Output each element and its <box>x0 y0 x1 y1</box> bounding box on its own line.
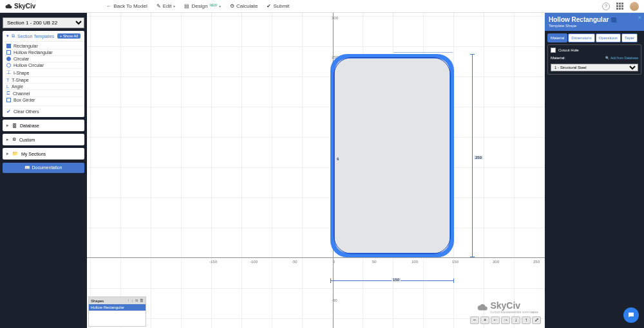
shapes-copy-icon[interactable]: ⧉ <box>135 298 138 303</box>
tick-x-200: 200 <box>493 260 499 264</box>
chat-icon <box>627 311 635 319</box>
tab-material[interactable]: Material <box>547 33 567 42</box>
template-i-shape[interactable]: 工I-Shape <box>5 69 82 77</box>
zoom-out-button[interactable]: − <box>470 316 479 324</box>
tick-x-150: 150 <box>452 260 459 264</box>
right-panel-header: Hollow Rectangular Template Shape <box>545 13 644 31</box>
app-header: SkyCiv ← Back To Model ✎ Edit ▾ ▤ Design… <box>0 0 644 13</box>
template-angle[interactable]: LAngle <box>5 84 82 90</box>
dim-thickness-label[interactable]: 6 <box>336 157 340 161</box>
tick-y--50: -50 <box>332 298 337 302</box>
template-circular[interactable]: Circular <box>5 56 82 62</box>
design-menu[interactable]: ▤ DesignNEW ▾ <box>184 3 221 9</box>
x-axis <box>87 257 545 258</box>
zoom-fit-button[interactable]: ⤢ <box>532 316 541 324</box>
section-selector[interactable]: Section 1 - 200 UB 22 <box>3 17 84 28</box>
database-accordion[interactable]: ▸ 🗄 Database <box>3 120 84 131</box>
my-sections-accordion[interactable]: ▸ 📁 My Sections <box>3 148 84 159</box>
right-sidebar: × Hollow Rectangular Template Shape Mate… <box>545 13 644 328</box>
tick-x-100: 100 <box>412 260 418 264</box>
material-select[interactable]: 1 - Structural Steel <box>551 64 638 71</box>
custom-accordion[interactable]: ▸ ⚙ Custom <box>3 134 84 145</box>
dim-thickness-line <box>393 52 453 53</box>
tick-x-50: 50 <box>372 260 377 264</box>
show-all-button[interactable]: + Show All <box>57 33 80 39</box>
shapes-list-item[interactable]: Hollow Rectangular <box>89 304 146 311</box>
template-t-shape[interactable]: TT-Shape <box>5 77 82 84</box>
cutout-hole-checkbox[interactable]: Cutout Hole <box>551 48 638 53</box>
section-templates-panel: ▾ ⧉ Section Templates + Show All Rectang… <box>3 31 84 117</box>
edit-menu[interactable]: ✎ Edit ▾ <box>156 3 176 9</box>
template-hollow-circular[interactable]: Hollow Circular <box>5 62 82 69</box>
template-box-girder[interactable]: Box Girder <box>5 97 82 103</box>
check-icon: ✔ <box>6 109 11 114</box>
shapes-up-icon[interactable]: ↑ <box>128 298 129 303</box>
canvas-grid <box>87 13 545 328</box>
property-tabs: Material Dimensions Operations Taper <box>547 33 641 42</box>
help-icon[interactable]: ? <box>602 3 610 10</box>
apps-icon[interactable] <box>616 3 623 10</box>
calculate-button[interactable]: ⚙ Calculate <box>230 3 258 9</box>
edit-icon[interactable] <box>611 17 616 23</box>
canvas-area[interactable]: 300 250 200 150 100 50 -50 -150 -100 -50… <box>87 13 545 328</box>
tab-dimensions[interactable]: Dimensions <box>568 33 594 42</box>
add-from-database-link[interactable]: 🔍 Add from Database <box>605 56 638 60</box>
cloud-icon <box>477 302 489 313</box>
pan-down-button[interactable]: ↓ <box>511 316 520 324</box>
hollow-rectangular-shape[interactable] <box>330 54 454 257</box>
cloud-icon <box>5 3 13 10</box>
material-tab-body: Cutout Hole Material: 🔍 Add from Databas… <box>547 44 641 75</box>
shapes-panel: Shapes ↑ ↓ ⧉ 🗑 Hollow Rectangular <box>88 296 146 327</box>
template-hollow-rectangular[interactable]: Hollow Rectangular <box>5 50 82 56</box>
user-avatar[interactable] <box>630 2 639 11</box>
template-channel[interactable]: ⊏Channel <box>5 90 82 97</box>
clear-others-toggle[interactable]: ✔ Clear Others <box>3 105 84 117</box>
dim-horizontal-label[interactable]: 150 <box>392 278 401 282</box>
checkbox-icon <box>551 48 556 53</box>
brand-watermark: SkyCivCLOUD ENGINEERING SOFTWARE <box>477 300 538 314</box>
tick-x--150: -150 <box>209 260 217 264</box>
tick-x-0: 0 <box>333 260 335 264</box>
chat-button[interactable] <box>623 307 639 323</box>
pan-up-button[interactable]: ↑ <box>522 316 531 324</box>
left-sidebar: Section 1 - 200 UB 22 ▾ ⧉ Section Templa… <box>0 13 87 328</box>
back-to-model-button[interactable]: ← Back To Model <box>106 3 147 9</box>
dim-vertical-label[interactable]: 250 <box>474 156 483 159</box>
tick-x--100: -100 <box>250 260 258 264</box>
dim-vertical-line <box>472 54 473 257</box>
zoom-in-button[interactable]: + <box>480 316 489 324</box>
tick-y-300: 300 <box>332 16 338 20</box>
collapse-icon[interactable]: ▾ <box>6 33 9 39</box>
template-rectangular[interactable]: Rectangular <box>5 43 82 50</box>
tick-x--50: -50 <box>292 260 298 264</box>
tick-x-250: 250 <box>533 260 540 264</box>
templates-icon: ⧉ <box>12 33 15 39</box>
shapes-down-icon[interactable]: ↓ <box>131 298 133 303</box>
brand-logo: SkyCiv <box>5 3 35 10</box>
templates-title: Section Templates <box>17 34 54 39</box>
tab-operations[interactable]: Operations <box>596 33 621 42</box>
pan-left-button[interactable]: ← <box>491 316 500 324</box>
close-icon[interactable]: × <box>638 14 641 21</box>
zoom-controls: − + ← → ↓ ↑ ⤢ <box>470 316 541 324</box>
submit-button[interactable]: ✔ Submit <box>267 3 289 9</box>
documentation-button[interactable]: 📖 Documentation <box>3 163 84 173</box>
material-label: Material: <box>551 56 565 60</box>
shapes-panel-title: Shapes <box>91 299 104 303</box>
shapes-delete-icon[interactable]: 🗑 <box>140 298 144 303</box>
tab-taper[interactable]: Taper <box>621 33 638 42</box>
header-actions: ← Back To Model ✎ Edit ▾ ▤ DesignNEW ▾ ⚙… <box>106 3 289 9</box>
pan-right-button[interactable]: → <box>501 316 510 324</box>
right-subtitle: Template Shape <box>549 24 640 28</box>
